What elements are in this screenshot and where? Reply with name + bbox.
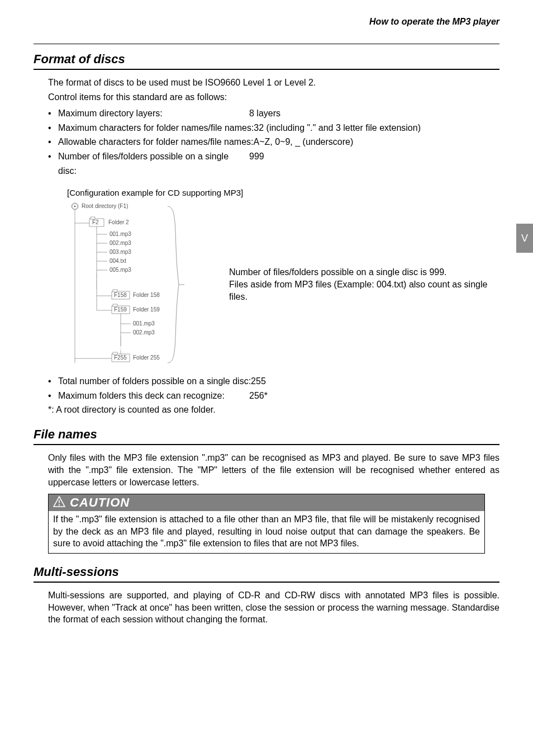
bullet-list-b: • Total number of folders possible on a …	[48, 374, 499, 403]
svg-point-2	[74, 206, 76, 207]
root-label: Root directory (F1)	[82, 203, 128, 209]
folder-tree-diagram: Root directory (F1) F2 Folder 2 001.mp3 …	[67, 201, 212, 368]
f159-code: F159	[114, 306, 127, 313]
running-head: How to operate the MP3 player	[34, 17, 499, 27]
bullet-value: 8 layers	[249, 106, 280, 121]
bullet-label: Maximum characters for folder names/file…	[58, 121, 254, 135]
config-caption: [Configuration example for CD supporting…	[67, 188, 499, 197]
diagram-row: Root directory (F1) F2 Folder 2 001.mp3 …	[67, 201, 499, 368]
heading-rule	[34, 444, 499, 445]
file-names-body: Only files with the MP3 file extension "…	[48, 452, 499, 488]
caution-title: CAUTION	[70, 495, 130, 510]
diagram-side-note: Number of files/folders possible on a si…	[229, 266, 499, 304]
bullet-value: 256*	[249, 389, 268, 403]
file-node: 002.mp3	[133, 329, 155, 336]
bullet-marker: •	[48, 149, 58, 178]
heading-format-of-discs: Format of discs	[34, 52, 499, 67]
file-node: 001.mp3	[133, 320, 155, 327]
caution-body: If the ".mp3" file extension is attached…	[49, 511, 484, 553]
bullet-item: • Maximum directory layers: 8 layers	[48, 106, 499, 121]
file-node: 005.mp3	[110, 267, 131, 273]
footnote: *: A root directory is counted as one fo…	[48, 405, 499, 415]
bullet-label: Maximum folders this deck can recognize:	[58, 389, 249, 403]
svg-point-32	[59, 504, 60, 505]
heading-rule	[34, 582, 499, 583]
bullet-label: Maximum directory layers:	[58, 106, 249, 121]
f158-code: F158	[114, 292, 127, 298]
f158-label: Folder 158	[133, 292, 160, 298]
intro-line-1: The format of discs to be used must be I…	[48, 77, 499, 89]
bullet-list-a: • Maximum directory layers: 8 layers • M…	[48, 106, 499, 178]
bullet-item: • Total number of folders possible on a …	[48, 374, 499, 389]
bullet-marker: •	[48, 374, 58, 389]
side-note-line-1: Number of files/folders possible on a si…	[229, 266, 499, 278]
bullet-marker: •	[48, 389, 58, 403]
warning-icon	[53, 496, 65, 509]
bullet-value: 255	[251, 374, 266, 389]
f255-label: Folder 255	[133, 355, 160, 361]
heading-rule	[34, 69, 499, 70]
bullet-marker: •	[48, 106, 58, 121]
f255-code: F255	[114, 355, 127, 361]
top-rule	[34, 44, 499, 44]
bullet-item: • Maximum characters for folder names/fi…	[48, 121, 499, 135]
file-node: 003.mp3	[110, 249, 131, 255]
caution-box: CAUTION If the ".mp3" file extension is …	[48, 494, 485, 554]
caution-header: CAUTION	[49, 494, 484, 511]
bullet-value: A~Z, 0~9, _ (underscore)	[254, 135, 354, 149]
multi-sessions-body: Multi-sessions are supported, and playin…	[48, 589, 499, 626]
side-note-line-2: Files aside from MP3 files (Example: 004…	[229, 278, 499, 304]
file-node: 004.txt	[110, 258, 126, 264]
bullet-label: Number of files/folders possible on a si…	[58, 149, 249, 178]
bullet-marker: •	[48, 135, 58, 149]
f159-label: Folder 159	[133, 306, 160, 313]
bullet-marker: •	[48, 121, 58, 135]
file-node: 001.mp3	[110, 231, 131, 237]
bullet-label: Allowable characters for folder names/fi…	[58, 135, 254, 149]
bullet-label: Total number of folders possible on a si…	[58, 374, 251, 389]
heading-multi-sessions: Multi-sessions	[34, 565, 499, 579]
file-node: 002.mp3	[110, 240, 131, 246]
intro-line-2: Control items for this standard are as f…	[48, 91, 499, 103]
bullet-item: • Number of files/folders possible on a …	[48, 149, 499, 178]
bullet-value: 999	[249, 149, 264, 178]
f2-code: F2	[92, 219, 99, 225]
bullet-item: • Maximum folders this deck can recogniz…	[48, 389, 499, 403]
bullet-value: 32 (including "." and 3 letter file exte…	[254, 121, 421, 135]
page-content: How to operate the MP3 player Format of …	[0, 0, 533, 756]
f2-label: Folder 2	[108, 219, 129, 225]
bullet-item: • Allowable characters for folder names/…	[48, 135, 499, 149]
heading-file-names: File names	[34, 427, 499, 442]
